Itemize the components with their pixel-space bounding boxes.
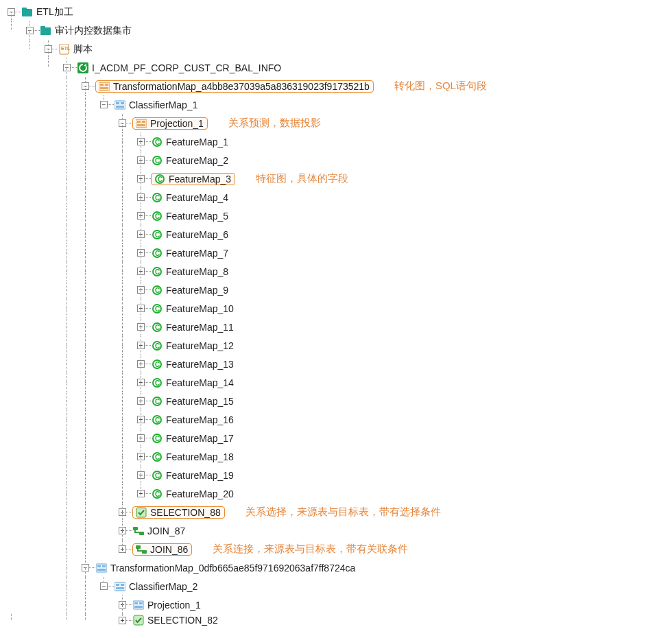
expand-toggle[interactable]: + bbox=[137, 453, 145, 460]
node-label: JOIN_86 bbox=[149, 544, 189, 555]
tree-item-featuremap[interactable]: +FeatureMap_4 bbox=[3, 188, 672, 206]
map-icon bbox=[132, 600, 145, 611]
expand-toggle[interactable]: + bbox=[137, 212, 145, 220]
annotation: 转化图，SQL语句段 bbox=[394, 80, 487, 93]
tree-item-featuremap[interactable]: +FeatureMap_3特征图，具体的字段 bbox=[3, 169, 672, 188]
expand-toggle[interactable]: + bbox=[119, 508, 126, 516]
collapse-toggle[interactable]: − bbox=[119, 119, 126, 127]
tree-item-transformation-map[interactable]: − TransformationMap_0dfb665ae85f97169206… bbox=[3, 558, 672, 577]
tree-item-featuremap[interactable]: +FeatureMap_1 bbox=[3, 132, 672, 151]
node-label: FeatureMap_15 bbox=[165, 396, 235, 407]
refresh-icon bbox=[77, 62, 89, 73]
feature-icon bbox=[151, 359, 163, 370]
expand-toggle[interactable]: + bbox=[137, 305, 145, 312]
tree-item-featuremap[interactable]: +FeatureMap_8 bbox=[3, 262, 672, 281]
tree-item-featuremap[interactable]: +FeatureMap_7 bbox=[3, 244, 672, 262]
expand-toggle[interactable]: + bbox=[137, 231, 145, 238]
tree-item-featuremap[interactable]: +FeatureMap_10 bbox=[3, 299, 672, 318]
tree-item-featuremap[interactable]: +FeatureMap_12 bbox=[3, 336, 672, 355]
tree-item-featuremap[interactable]: +FeatureMap_13 bbox=[3, 355, 672, 373]
tree-item-featuremap[interactable]: +FeatureMap_9 bbox=[3, 281, 672, 299]
collapse-toggle[interactable]: − bbox=[82, 82, 89, 90]
tree-item[interactable]: − 脚本 bbox=[3, 40, 672, 58]
tree-item[interactable]: − ClassifierMap_2 bbox=[3, 577, 672, 595]
tree-item-featuremap[interactable]: +FeatureMap_5 bbox=[3, 206, 672, 225]
feature-icon bbox=[154, 174, 166, 185]
tree-item-featuremap[interactable]: +FeatureMap_18 bbox=[3, 447, 672, 466]
feature-icon bbox=[151, 433, 163, 444]
expand-toggle[interactable]: + bbox=[137, 323, 145, 331]
collapse-toggle[interactable]: − bbox=[26, 27, 34, 34]
expand-toggle[interactable]: + bbox=[137, 397, 145, 405]
expand-toggle[interactable]: + bbox=[137, 156, 145, 164]
expand-toggle[interactable]: + bbox=[119, 601, 126, 609]
tree-item[interactable]: − 审计内控数据集市 bbox=[3, 21, 672, 40]
tree-item-featuremap[interactable]: +FeatureMap_15 bbox=[3, 392, 672, 410]
tree-item[interactable]: − I_ACDM_PF_CORP_CUST_CR_BAL_INFO bbox=[3, 58, 672, 77]
expand-toggle[interactable]: + bbox=[137, 490, 145, 497]
feature-icon bbox=[151, 266, 163, 277]
feature-icon bbox=[151, 488, 163, 499]
collapse-toggle[interactable]: − bbox=[63, 64, 71, 71]
node-label: FeatureMap_13 bbox=[165, 359, 235, 370]
tree-item-featuremap[interactable]: +FeatureMap_20 bbox=[3, 484, 672, 503]
node-label: ClassifierMap_2 bbox=[128, 581, 199, 592]
tree-item-selection[interactable]: + SELECTION_82 bbox=[3, 614, 672, 626]
tree-item-root[interactable]: − ETL加工 bbox=[3, 3, 672, 21]
expand-toggle[interactable]: + bbox=[137, 379, 145, 386]
feature-icon bbox=[151, 285, 163, 296]
node-label: FeatureMap_18 bbox=[165, 451, 235, 462]
tree-item-featuremap[interactable]: +FeatureMap_14 bbox=[3, 373, 672, 392]
expand-toggle[interactable]: + bbox=[137, 268, 145, 275]
tree-item-featuremap[interactable]: +FeatureMap_16 bbox=[3, 410, 672, 429]
tree-item-featuremap[interactable]: +FeatureMap_17 bbox=[3, 429, 672, 447]
expand-toggle[interactable]: + bbox=[137, 138, 145, 145]
collapse-toggle[interactable]: − bbox=[45, 45, 52, 53]
map-icon bbox=[135, 118, 147, 129]
expand-toggle[interactable]: + bbox=[137, 471, 145, 479]
feature-icon bbox=[151, 414, 163, 425]
annotation: 关系预测，数据投影 bbox=[228, 117, 321, 130]
tree-item-featuremap[interactable]: +FeatureMap_19 bbox=[3, 466, 672, 484]
feature-icon bbox=[151, 377, 163, 388]
tree-item-join[interactable]: + JOIN_86 关系连接，来源表与目标表，带有关联条件 bbox=[3, 540, 672, 558]
expand-toggle[interactable]: + bbox=[137, 193, 145, 201]
node-label: FeatureMap_10 bbox=[165, 303, 235, 314]
expand-toggle[interactable]: + bbox=[119, 545, 126, 553]
expand-toggle[interactable]: + bbox=[137, 175, 145, 182]
collapse-toggle[interactable]: − bbox=[100, 101, 108, 108]
expand-toggle[interactable]: + bbox=[137, 342, 145, 349]
collapse-toggle[interactable]: − bbox=[82, 564, 89, 571]
collapse-toggle[interactable]: − bbox=[8, 8, 15, 16]
tree-item-selection[interactable]: + SELECTION_88 关系选择，来源表与目标表，带有选择条件 bbox=[3, 503, 672, 521]
join-icon bbox=[135, 544, 147, 555]
node-label: Projection_1 bbox=[149, 118, 205, 129]
map-icon bbox=[114, 99, 126, 110]
tree-item[interactable]: − ClassifierMap_1 bbox=[3, 95, 672, 114]
expand-toggle[interactable]: + bbox=[119, 527, 126, 534]
annotation: 关系连接，来源表与目标表，带有关联条件 bbox=[213, 543, 408, 556]
tree-item-featuremap[interactable]: +FeatureMap_2 bbox=[3, 151, 672, 169]
node-label: ETL加工 bbox=[35, 6, 75, 19]
collapse-toggle[interactable]: − bbox=[100, 582, 108, 590]
tree-item-join[interactable]: + JOIN_87 bbox=[3, 521, 672, 540]
feature-icon bbox=[151, 303, 163, 314]
expand-toggle[interactable]: + bbox=[137, 249, 145, 257]
node-label: 脚本 bbox=[72, 43, 94, 56]
feature-icon bbox=[151, 322, 163, 333]
tree-item-projection[interactable]: − Projection_1 关系预测，数据投影 bbox=[3, 114, 672, 132]
expand-toggle[interactable]: + bbox=[137, 434, 145, 442]
feature-icon bbox=[151, 211, 163, 222]
feature-icon bbox=[151, 155, 163, 166]
tree-item-featuremap[interactable]: +FeatureMap_6 bbox=[3, 225, 672, 244]
tree-item-featuremap[interactable]: +FeatureMap_11 bbox=[3, 318, 672, 336]
annotation: 特征图，具体的字段 bbox=[256, 172, 348, 185]
node-label: I_ACDM_PF_CORP_CUST_CR_BAL_INFO bbox=[91, 62, 283, 73]
expand-toggle[interactable]: + bbox=[137, 416, 145, 423]
expand-toggle[interactable]: + bbox=[137, 286, 145, 294]
tree-item-transformation-map[interactable]: − TransformationMap_a4bb8e37039a5a836319… bbox=[3, 77, 672, 95]
expand-toggle[interactable]: + bbox=[137, 360, 145, 368]
expand-toggle[interactable]: + bbox=[119, 617, 126, 624]
tree-item-projection[interactable]: + Projection_1 bbox=[3, 595, 672, 614]
node-label: FeatureMap_16 bbox=[165, 414, 235, 425]
